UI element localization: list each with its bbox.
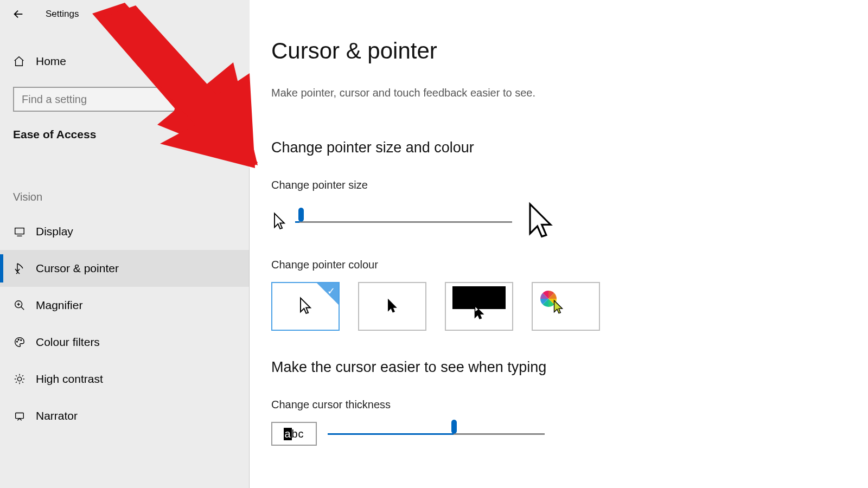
slider-thumb[interactable]: [298, 208, 304, 222]
cursor-inverted-icon: [473, 305, 485, 321]
sidebar-item-high-contrast[interactable]: High contrast: [0, 361, 250, 397]
sidebar-home-label: Home: [36, 55, 66, 68]
sidebar-item-label: Colour filters: [36, 336, 100, 349]
page-title: Cursor & pointer: [271, 38, 868, 64]
sidebar-item-display[interactable]: Display: [0, 213, 250, 250]
search-box[interactable]: [13, 87, 237, 112]
colour-option-white[interactable]: ✓: [271, 282, 340, 331]
cursor-small-icon: [271, 212, 288, 232]
sidebar: Settings Home Ease of Access Vision: [0, 0, 250, 488]
page-subtitle: Make pointer, cursor and touch feedback …: [271, 87, 868, 99]
colour-option-black[interactable]: [358, 282, 426, 331]
cursor-yellow-icon: [552, 299, 564, 316]
svg-rect-3: [15, 228, 24, 234]
svg-point-10: [18, 339, 19, 341]
cursor-thickness-slider[interactable]: [328, 425, 545, 442]
svg-line-19: [16, 382, 17, 383]
app-title: Settings: [46, 9, 79, 20]
back-button[interactable]: [11, 7, 26, 22]
svg-line-6: [21, 307, 24, 310]
svg-rect-21: [16, 413, 24, 419]
sidebar-category: Ease of Access: [13, 128, 250, 141]
palette-icon: [13, 336, 26, 349]
pointer-colour-label: Change pointer colour: [271, 259, 868, 271]
sidebar-item-label: High contrast: [36, 373, 103, 386]
sidebar-home[interactable]: Home: [0, 52, 250, 70]
pointer-size-slider[interactable]: [295, 213, 512, 230]
search-input[interactable]: [14, 93, 235, 106]
brightness-icon: [13, 373, 26, 386]
sidebar-item-label: Magnifier: [36, 299, 82, 312]
cursor-icon: [13, 262, 26, 275]
cursor-white-icon: [298, 297, 312, 316]
check-icon: ✓: [327, 285, 335, 297]
cursor-large-icon: [525, 201, 556, 242]
main-content: Cursor & pointer Make pointer, cursor an…: [250, 0, 868, 488]
window-header: Settings: [0, 0, 250, 22]
svg-point-12: [17, 377, 21, 381]
svg-line-20: [22, 375, 23, 376]
colour-option-custom[interactable]: [532, 282, 600, 331]
svg-point-9: [17, 341, 18, 342]
pointer-size-row: [271, 201, 868, 242]
cursor-thickness-row: abc: [271, 422, 868, 446]
section-heading-cursor-typing: Make the cursor easier to see when typin…: [271, 359, 868, 376]
svg-point-11: [21, 339, 22, 341]
colour-option-inverted[interactable]: [445, 282, 513, 331]
arrow-left-icon: [12, 8, 24, 20]
narrator-icon: [13, 409, 26, 422]
pointer-size-label: Change pointer size: [271, 179, 868, 191]
sidebar-section-vision: Vision: [13, 191, 250, 203]
sidebar-item-label: Display: [36, 225, 73, 238]
sidebar-item-label: Narrator: [36, 409, 78, 422]
sidebar-item-magnifier[interactable]: Magnifier: [0, 287, 250, 324]
slider-thumb[interactable]: [451, 420, 457, 434]
cursor-black-icon: [386, 298, 398, 314]
display-icon: [13, 225, 26, 238]
svg-line-17: [16, 375, 17, 376]
home-icon: [13, 55, 25, 67]
cursor-thickness-label: Change cursor thickness: [271, 399, 868, 411]
sidebar-item-narrator[interactable]: Narrator: [0, 397, 250, 434]
svg-line-2: [224, 100, 227, 102]
svg-line-18: [22, 382, 23, 383]
cursor-thickness-preview: abc: [271, 422, 317, 446]
svg-point-1: [219, 95, 225, 101]
sidebar-item-cursor-pointer[interactable]: Cursor & pointer: [0, 250, 250, 287]
pointer-colour-options: ✓: [271, 282, 868, 331]
abc-sample-text: bc: [292, 428, 304, 440]
search-icon: [218, 94, 229, 105]
section-heading-size-colour: Change pointer size and colour: [271, 139, 868, 156]
sidebar-item-colour-filters[interactable]: Colour filters: [0, 324, 250, 361]
magnifier-icon: [13, 299, 26, 312]
sidebar-item-label: Cursor & pointer: [36, 262, 119, 275]
